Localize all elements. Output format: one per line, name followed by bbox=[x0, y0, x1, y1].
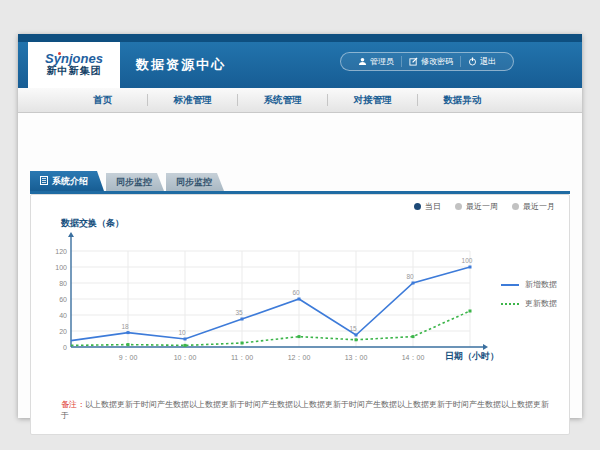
svg-text:20: 20 bbox=[59, 328, 67, 335]
svg-text:35: 35 bbox=[235, 309, 243, 316]
svg-text:11：00: 11：00 bbox=[231, 354, 253, 361]
legend-item-updated-data[interactable]: 更新数据 bbox=[501, 298, 557, 309]
filter-today-label: 当日 bbox=[425, 201, 441, 212]
radio-unselected-icon bbox=[512, 203, 519, 210]
tab-strip: 系统介绍 同步监控 同步监控 bbox=[30, 171, 224, 191]
tab-sync-monitor-2[interactable]: 同步监控 bbox=[166, 173, 224, 191]
edit-icon bbox=[409, 57, 418, 66]
logo-brand-text: Synjones bbox=[45, 53, 103, 65]
radio-selected-icon bbox=[414, 203, 421, 210]
svg-text:10：00: 10：00 bbox=[174, 354, 197, 361]
app-window: Synjones 新中新集团 数据资源中心 管理员 修改密码 退出 bbox=[18, 34, 582, 418]
legend-new-data-label: 新增数据 bbox=[525, 279, 557, 290]
radio-unselected-icon bbox=[455, 203, 462, 210]
svg-text:100: 100 bbox=[55, 264, 67, 271]
app-header: Synjones 新中新集团 数据资源中心 管理员 修改密码 退出 bbox=[18, 42, 582, 88]
user-menu: 管理员 修改密码 退出 bbox=[340, 52, 514, 71]
user-menu-change-password-label: 修改密码 bbox=[421, 56, 453, 67]
filter-last-month-label: 最近一月 bbox=[523, 201, 555, 212]
legend-updated-data-label: 更新数据 bbox=[525, 298, 557, 309]
svg-text:15: 15 bbox=[349, 325, 357, 332]
filter-today[interactable]: 当日 bbox=[414, 201, 441, 212]
svg-text:80: 80 bbox=[59, 280, 67, 287]
solid-line-icon bbox=[501, 284, 519, 286]
x-axis-title: 日期（小时） bbox=[445, 350, 499, 363]
svg-text:12：00: 12：00 bbox=[288, 354, 311, 361]
user-menu-admin-label: 管理员 bbox=[370, 56, 394, 67]
footnote-text: 以上数据更新于时间产生数据以上数据更新于时间产生数据以上数据更新于时间产生数据以… bbox=[61, 400, 549, 420]
dotted-line-icon bbox=[501, 303, 519, 305]
nav-item-data-change[interactable]: 数据异动 bbox=[418, 88, 507, 112]
nav-item-home[interactable]: 首页 bbox=[58, 88, 147, 112]
svg-text:100: 100 bbox=[462, 257, 473, 264]
header-top-strip bbox=[18, 34, 582, 42]
user-menu-logout[interactable]: 退出 bbox=[460, 56, 503, 67]
nav-item-interface-mgmt[interactable]: 对接管理 bbox=[328, 88, 417, 112]
footnote-prefix: 备注： bbox=[61, 400, 85, 409]
footnote: 备注：以上数据更新于时间产生数据以上数据更新于时间产生数据以上数据更新于时间产生… bbox=[61, 399, 553, 421]
svg-text:60: 60 bbox=[292, 289, 300, 296]
filter-last-month[interactable]: 最近一月 bbox=[512, 201, 555, 212]
filter-last-week-label: 最近一周 bbox=[466, 201, 498, 212]
chart-legend: 新增数据 更新数据 bbox=[501, 279, 557, 309]
user-menu-logout-label: 退出 bbox=[480, 56, 496, 67]
svg-text:120: 120 bbox=[55, 248, 67, 255]
tab-system-intro-label: 系统介绍 bbox=[52, 175, 88, 188]
user-icon bbox=[358, 57, 367, 66]
chart-panel: 当日 最近一周 最近一月 数据交换（条） 0204060801001209：00… bbox=[30, 194, 570, 435]
logo-company-text: 新中新集团 bbox=[47, 65, 102, 77]
main-nav: 首页 标准管理 系统管理 对接管理 数据异动 bbox=[18, 88, 582, 113]
power-icon bbox=[468, 57, 477, 66]
svg-text:9：00: 9：00 bbox=[119, 354, 138, 361]
svg-text:80: 80 bbox=[406, 273, 414, 280]
user-menu-change-password[interactable]: 修改密码 bbox=[401, 56, 460, 67]
svg-text:10: 10 bbox=[178, 329, 186, 336]
tab-sync-monitor-2-label: 同步监控 bbox=[176, 176, 212, 189]
legend-item-new-data[interactable]: 新增数据 bbox=[501, 279, 557, 290]
svg-text:18: 18 bbox=[121, 323, 129, 330]
time-filter-group: 当日 最近一周 最近一月 bbox=[414, 201, 555, 212]
tab-sync-monitor-1-label: 同步监控 bbox=[116, 176, 152, 189]
app-title: 数据资源中心 bbox=[136, 56, 226, 74]
tab-sync-monitor-1[interactable]: 同步监控 bbox=[106, 173, 164, 191]
svg-text:14：00: 14：00 bbox=[402, 354, 425, 361]
logo: Synjones 新中新集团 bbox=[28, 42, 120, 88]
y-axis-title: 数据交换（条） bbox=[61, 217, 124, 230]
filter-last-week[interactable]: 最近一周 bbox=[455, 201, 498, 212]
svg-text:40: 40 bbox=[59, 312, 67, 319]
svg-text:13：00: 13：00 bbox=[345, 354, 368, 361]
nav-item-standard-mgmt[interactable]: 标准管理 bbox=[148, 88, 237, 112]
svg-text:60: 60 bbox=[59, 296, 67, 303]
nav-item-system-mgmt[interactable]: 系统管理 bbox=[238, 88, 327, 112]
tab-system-intro[interactable]: 系统介绍 bbox=[30, 171, 104, 191]
svg-text:0: 0 bbox=[63, 344, 67, 351]
document-icon bbox=[40, 176, 48, 187]
line-chart: 0204060801001209：0010：0011：0012：0013：001… bbox=[47, 231, 527, 366]
user-menu-admin[interactable]: 管理员 bbox=[351, 56, 401, 67]
